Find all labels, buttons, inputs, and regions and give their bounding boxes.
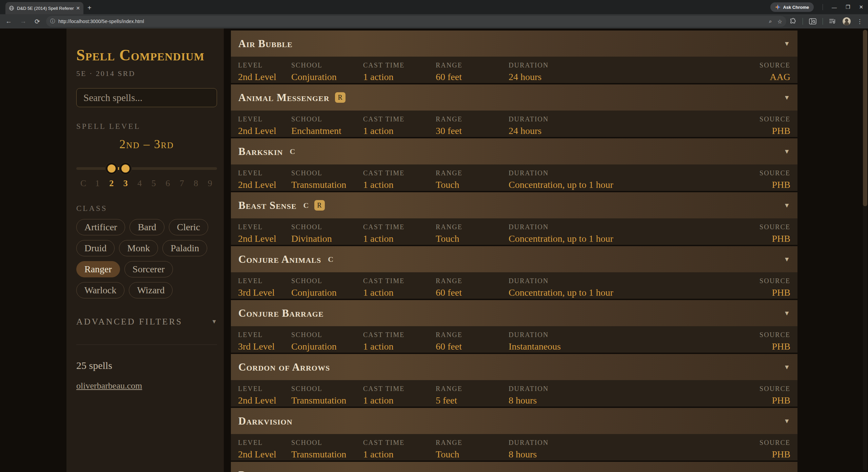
class-filter-label: Class: [76, 204, 217, 213]
class-pill-sorcerer[interactable]: Sorcerer: [124, 261, 173, 277]
spell-cast-time-value: 1 action: [363, 233, 436, 244]
profile-avatar[interactable]: [843, 17, 851, 25]
column-label: Cast Time: [363, 61, 436, 69]
tick-label: 1: [91, 178, 105, 189]
slider-tick-labels: C 1 2 3 4 5 6 7 8 9: [76, 178, 217, 189]
spell-range-value: 60 feet: [436, 341, 509, 352]
column-label: Level: [238, 277, 291, 285]
column-label: School: [291, 331, 363, 339]
column-label: Duration: [509, 169, 760, 177]
spell-header[interactable]: Conjure Animals C ▼: [231, 246, 797, 272]
spell-header[interactable]: Beast Sense C R ▼: [231, 192, 797, 218]
extensions-icon[interactable]: [790, 18, 796, 25]
tick-label: 3: [119, 178, 133, 189]
chevron-down-icon[interactable]: ▼: [784, 202, 790, 209]
slider-handle-min[interactable]: [106, 163, 117, 174]
column-label: Level: [238, 169, 291, 177]
column-label: Duration: [509, 61, 760, 69]
spell-header[interactable]: Animal Messenger R ▼: [231, 84, 797, 111]
column-label: Range: [436, 439, 509, 447]
spell-header[interactable]: Air Bubble ▼: [231, 31, 797, 57]
ask-chrome-button[interactable]: Ask Chrome: [770, 2, 814, 12]
class-pill-druid[interactable]: Druid: [76, 240, 115, 256]
chevron-down-icon[interactable]: ▼: [784, 363, 790, 371]
slider-handle-max[interactable]: [120, 163, 131, 174]
column-label: Cast Time: [363, 331, 436, 339]
spell-duration-value: Concentration, up to 1 hour: [509, 233, 760, 244]
chevron-down-icon[interactable]: ▼: [784, 40, 790, 47]
footer-link[interactable]: oliverbarbeau.com: [76, 381, 142, 391]
bookmark-star-icon[interactable]: ☆: [777, 18, 782, 25]
column-label: Duration: [509, 385, 760, 393]
back-icon[interactable]: ←: [5, 18, 12, 25]
column-label: Source: [760, 61, 790, 69]
reading-list-icon[interactable]: [829, 18, 836, 24]
column-label: Level: [238, 115, 291, 123]
zoom-icon[interactable]: ⌕: [769, 18, 772, 24]
address-bar[interactable]: ⓘ http://localhost:3000/5e-spells/index.…: [46, 16, 786, 27]
spell-duration-value: 8 hours: [509, 395, 760, 406]
chevron-down-icon[interactable]: ▼: [784, 310, 790, 317]
spell-level-slider[interactable]: [76, 163, 217, 174]
spell-name: Barkskin: [238, 145, 283, 158]
browser-tab[interactable]: D&D 5E (2014) Spell Reference ✕: [5, 2, 83, 14]
restore-icon[interactable]: ❐: [846, 4, 850, 10]
spell-school-value: Conjuration: [291, 341, 363, 352]
search-input[interactable]: [76, 88, 217, 107]
advanced-filters-toggle[interactable]: Advanced Filters ▼: [76, 317, 217, 327]
url-text[interactable]: http://localhost:3000/5e-spells/index.ht…: [58, 19, 764, 24]
class-pill-warlock[interactable]: Warlock: [76, 282, 124, 298]
spell-header[interactable]: Conjure Barrage ▼: [231, 300, 797, 326]
divider: [76, 345, 217, 345]
column-label: Duration: [509, 277, 760, 285]
page-info-icon[interactable]: ⓘ: [50, 18, 55, 24]
class-pill-monk[interactable]: Monk: [119, 240, 158, 256]
side-panel-search-icon[interactable]: [809, 18, 816, 24]
spell-card-conjure-animals: Conjure Animals C ▼ Level3rd Level Schoo…: [231, 246, 797, 299]
column-label: Cast Time: [363, 277, 436, 285]
page-subtitle: 5E · 2014 SRD: [76, 69, 217, 78]
chevron-down-icon[interactable]: ▼: [784, 148, 790, 155]
column-label: Range: [436, 61, 509, 69]
new-tab-button[interactable]: +: [87, 3, 92, 12]
class-pill-ranger[interactable]: Ranger: [76, 261, 120, 277]
spell-level-value: 2nd Level: [238, 449, 291, 460]
spell-level-label: Spell Level: [76, 122, 217, 131]
spell-duration-value: Concentration, up to 1 hour: [509, 287, 760, 298]
spell-card-conjure-barrage: Conjure Barrage ▼ Level3rd Level SchoolC…: [231, 300, 797, 353]
page-scrollbar[interactable]: [863, 30, 867, 471]
spell-school-value: Enchantment: [291, 125, 363, 136]
forward-icon[interactable]: →: [20, 18, 26, 25]
tick-label: 8: [189, 178, 203, 189]
spell-name: Animal Messenger: [238, 92, 330, 104]
ritual-badge: R: [314, 200, 325, 211]
class-pill-bard[interactable]: Bard: [130, 219, 164, 235]
class-pill-wizard[interactable]: Wizard: [129, 282, 173, 298]
tick-label: 9: [203, 178, 217, 189]
advanced-filters-label: Advanced Filters: [76, 317, 182, 327]
spell-details: Level3rd Level SchoolConjuration Cast Ti…: [231, 272, 797, 299]
chevron-down-icon[interactable]: ▼: [784, 256, 790, 263]
spell-header[interactable]: Barkskin C ▼: [231, 138, 797, 164]
close-icon[interactable]: ✕: [859, 4, 863, 10]
class-pill-artificer[interactable]: Artificer: [76, 219, 125, 235]
slider-track[interactable]: [76, 167, 217, 170]
spell-source-value: PHB: [760, 449, 790, 460]
column-label: Source: [760, 115, 790, 123]
column-label: School: [291, 115, 363, 123]
class-pill-cleric[interactable]: Cleric: [169, 219, 208, 235]
chevron-down-icon[interactable]: ▼: [784, 417, 790, 425]
tab-close-icon[interactable]: ✕: [76, 5, 80, 11]
minimize-icon[interactable]: —: [832, 4, 837, 10]
spell-header[interactable]: Cordon of Arrows ▼: [231, 354, 797, 380]
column-label: School: [291, 277, 363, 285]
scrollbar-thumb[interactable]: [863, 30, 867, 206]
reload-icon[interactable]: ⟳: [35, 18, 40, 25]
class-pill-paladin[interactable]: Paladin: [162, 240, 207, 256]
spell-header[interactable]: Darkvision ▼: [231, 408, 797, 434]
spell-name: Daylight: [238, 469, 283, 472]
spell-header[interactable]: Daylight ▼: [231, 462, 797, 472]
menu-kebab-icon[interactable]: ⋮: [857, 18, 863, 25]
chevron-down-icon[interactable]: ▼: [784, 94, 790, 101]
spell-range-value: Touch: [436, 233, 509, 244]
